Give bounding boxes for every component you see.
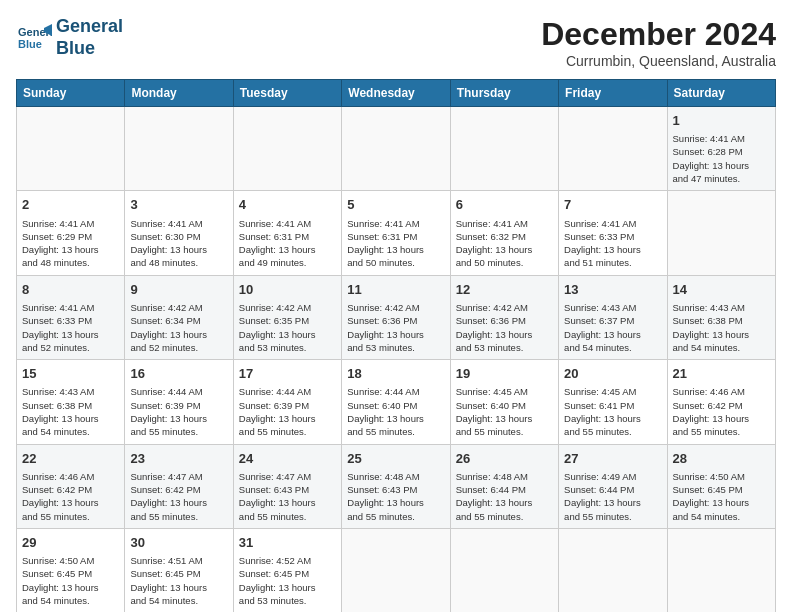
calendar-day-7: 7Sunrise: 4:41 AM Sunset: 6:33 PM Daylig… <box>559 191 667 275</box>
calendar-day-31: 31Sunrise: 4:52 AM Sunset: 6:45 PM Dayli… <box>233 528 341 612</box>
calendar-day-29: 29Sunrise: 4:50 AM Sunset: 6:45 PM Dayli… <box>17 528 125 612</box>
logo-icon: General Blue <box>16 20 52 56</box>
calendar-day-14: 14Sunrise: 4:43 AM Sunset: 6:38 PM Dayli… <box>667 275 775 359</box>
calendar-day-23: 23Sunrise: 4:47 AM Sunset: 6:42 PM Dayli… <box>125 444 233 528</box>
calendar-day-15: 15Sunrise: 4:43 AM Sunset: 6:38 PM Dayli… <box>17 360 125 444</box>
calendar-day-16: 16Sunrise: 4:44 AM Sunset: 6:39 PM Dayli… <box>125 360 233 444</box>
calendar-day-5: 5Sunrise: 4:41 AM Sunset: 6:31 PM Daylig… <box>342 191 450 275</box>
column-header-monday: Monday <box>125 80 233 107</box>
calendar-day-28: 28Sunrise: 4:50 AM Sunset: 6:45 PM Dayli… <box>667 444 775 528</box>
calendar-day-18: 18Sunrise: 4:44 AM Sunset: 6:40 PM Dayli… <box>342 360 450 444</box>
calendar-week-1: 1Sunrise: 4:41 AM Sunset: 6:28 PM Daylig… <box>17 107 776 191</box>
calendar-day-1: 1Sunrise: 4:41 AM Sunset: 6:28 PM Daylig… <box>667 107 775 191</box>
empty-cell <box>342 107 450 191</box>
calendar-day-19: 19Sunrise: 4:45 AM Sunset: 6:40 PM Dayli… <box>450 360 558 444</box>
empty-cell <box>667 528 775 612</box>
calendar-day-25: 25Sunrise: 4:48 AM Sunset: 6:43 PM Dayli… <box>342 444 450 528</box>
empty-cell <box>559 528 667 612</box>
calendar-day-27: 27Sunrise: 4:49 AM Sunset: 6:44 PM Dayli… <box>559 444 667 528</box>
logo-name: General Blue <box>56 16 123 59</box>
calendar-day-21: 21Sunrise: 4:46 AM Sunset: 6:42 PM Dayli… <box>667 360 775 444</box>
calendar-week-6: 29Sunrise: 4:50 AM Sunset: 6:45 PM Dayli… <box>17 528 776 612</box>
calendar-week-4: 15Sunrise: 4:43 AM Sunset: 6:38 PM Dayli… <box>17 360 776 444</box>
column-header-thursday: Thursday <box>450 80 558 107</box>
calendar-body: 1Sunrise: 4:41 AM Sunset: 6:28 PM Daylig… <box>17 107 776 613</box>
calendar-day-13: 13Sunrise: 4:43 AM Sunset: 6:37 PM Dayli… <box>559 275 667 359</box>
calendar-header-row: SundayMondayTuesdayWednesdayThursdayFrid… <box>17 80 776 107</box>
calendar-day-6: 6Sunrise: 4:41 AM Sunset: 6:32 PM Daylig… <box>450 191 558 275</box>
page-header: General Blue General Blue December 2024 … <box>16 16 776 69</box>
calendar-day-9: 9Sunrise: 4:42 AM Sunset: 6:34 PM Daylig… <box>125 275 233 359</box>
empty-cell <box>342 528 450 612</box>
calendar-day-30: 30Sunrise: 4:51 AM Sunset: 6:45 PM Dayli… <box>125 528 233 612</box>
column-header-friday: Friday <box>559 80 667 107</box>
title-area: December 2024 Currumbin, Queensland, Aus… <box>541 16 776 69</box>
calendar-day-24: 24Sunrise: 4:47 AM Sunset: 6:43 PM Dayli… <box>233 444 341 528</box>
column-header-saturday: Saturday <box>667 80 775 107</box>
location-title: Currumbin, Queensland, Australia <box>541 53 776 69</box>
empty-cell <box>559 107 667 191</box>
empty-cell <box>450 107 558 191</box>
column-header-sunday: Sunday <box>17 80 125 107</box>
calendar-week-3: 8Sunrise: 4:41 AM Sunset: 6:33 PM Daylig… <box>17 275 776 359</box>
logo: General Blue General Blue <box>16 16 123 59</box>
calendar-day-22: 22Sunrise: 4:46 AM Sunset: 6:42 PM Dayli… <box>17 444 125 528</box>
month-title: December 2024 <box>541 16 776 53</box>
calendar-day-26: 26Sunrise: 4:48 AM Sunset: 6:44 PM Dayli… <box>450 444 558 528</box>
calendar-day-10: 10Sunrise: 4:42 AM Sunset: 6:35 PM Dayli… <box>233 275 341 359</box>
column-header-wednesday: Wednesday <box>342 80 450 107</box>
calendar-day-11: 11Sunrise: 4:42 AM Sunset: 6:36 PM Dayli… <box>342 275 450 359</box>
calendar-week-2: 2Sunrise: 4:41 AM Sunset: 6:29 PM Daylig… <box>17 191 776 275</box>
empty-cell <box>17 107 125 191</box>
empty-cell <box>125 107 233 191</box>
calendar-day-20: 20Sunrise: 4:45 AM Sunset: 6:41 PM Dayli… <box>559 360 667 444</box>
calendar-day-8: 8Sunrise: 4:41 AM Sunset: 6:33 PM Daylig… <box>17 275 125 359</box>
calendar-day-3: 3Sunrise: 4:41 AM Sunset: 6:30 PM Daylig… <box>125 191 233 275</box>
empty-cell <box>667 191 775 275</box>
calendar-day-17: 17Sunrise: 4:44 AM Sunset: 6:39 PM Dayli… <box>233 360 341 444</box>
calendar-week-5: 22Sunrise: 4:46 AM Sunset: 6:42 PM Dayli… <box>17 444 776 528</box>
column-header-tuesday: Tuesday <box>233 80 341 107</box>
calendar-day-4: 4Sunrise: 4:41 AM Sunset: 6:31 PM Daylig… <box>233 191 341 275</box>
calendar-day-12: 12Sunrise: 4:42 AM Sunset: 6:36 PM Dayli… <box>450 275 558 359</box>
calendar-day-2: 2Sunrise: 4:41 AM Sunset: 6:29 PM Daylig… <box>17 191 125 275</box>
svg-text:Blue: Blue <box>18 38 42 50</box>
empty-cell <box>450 528 558 612</box>
calendar-table: SundayMondayTuesdayWednesdayThursdayFrid… <box>16 79 776 612</box>
empty-cell <box>233 107 341 191</box>
